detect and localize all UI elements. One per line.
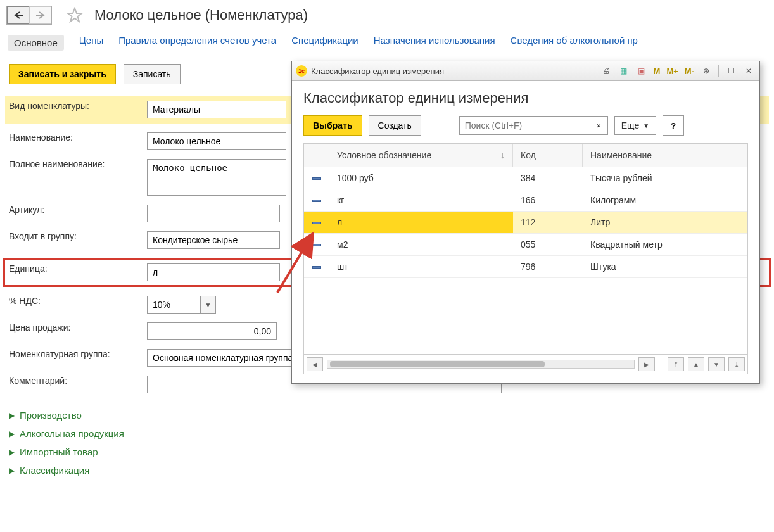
tab-specifications[interactable]: Спецификации [291, 35, 358, 51]
col-icon[interactable] [304, 144, 329, 167]
nav-first-button[interactable]: ⤒ [668, 357, 684, 371]
section-production[interactable]: ▶ Производство [0, 406, 774, 424]
item-icon [312, 177, 321, 180]
arrow-left-icon [13, 11, 23, 19]
dialog-create-button[interactable]: Создать [369, 115, 421, 136]
table-row[interactable]: л112Литр [304, 212, 747, 234]
tab-prices[interactable]: Цены [79, 35, 104, 51]
vat-select[interactable]: ▼ [147, 296, 216, 314]
chevron-right-icon: ▶ [9, 466, 15, 475]
cell-name: Тысяча рублей [583, 167, 747, 189]
nav-last-button[interactable]: ⤓ [728, 357, 745, 371]
nav-back-button[interactable] [7, 6, 29, 24]
close-icon[interactable]: ✕ [742, 64, 756, 78]
chevron-down-icon: ▼ [643, 122, 649, 129]
item-icon [312, 222, 321, 224]
cell-symbol: кг [329, 189, 513, 211]
chevron-right-icon: ▶ [9, 429, 15, 438]
cell-code: 796 [513, 256, 583, 277]
app-1c-icon: 1с [296, 65, 307, 77]
tab-usage[interactable]: Назначения использования [374, 35, 495, 51]
cell-code: 384 [513, 167, 583, 189]
favorite-star-button[interactable] [63, 4, 86, 26]
fullname-label: Полное наименование: [9, 159, 142, 169]
save-and-close-button[interactable]: Записать и закрыть [9, 64, 116, 84]
star-icon [67, 7, 83, 23]
save-button[interactable]: Записать [124, 64, 181, 84]
calendar-icon[interactable]: ▣ [635, 64, 649, 78]
vat-label: % НДС: [9, 296, 142, 306]
price-label: Цена продажи: [9, 322, 142, 332]
cell-code: 055 [513, 234, 583, 255]
maximize-icon[interactable]: ☐ [724, 64, 738, 78]
cell-symbol: м2 [329, 234, 513, 255]
vat-value[interactable] [147, 296, 201, 314]
memory-mminus-button[interactable]: M- [683, 66, 695, 76]
name-label: Наименование: [9, 132, 142, 142]
table-row[interactable]: кг166Килограмм [304, 189, 747, 212]
table-footer: ◀ ▶ ⤒ ▲ ▼ ⤓ [304, 354, 747, 374]
tab-alcohol-info[interactable]: Сведения об алкогольной пр [511, 35, 638, 51]
item-icon [312, 266, 321, 269]
col-symbol[interactable]: Условное обозначение ↓ [329, 144, 513, 167]
units-classifier-dialog: 1с Классификатор единиц измерения 🖨 ▦ ▣ … [291, 61, 760, 384]
fullname-input[interactable]: Молоко цельное [147, 159, 286, 196]
cell-name: Штука [583, 256, 747, 277]
table-row[interactable]: шт796Штука [304, 256, 747, 278]
nav-forward-button[interactable] [29, 6, 51, 24]
zoom-in-icon[interactable]: ⊕ [699, 64, 713, 78]
search-clear-button[interactable]: × [590, 116, 608, 135]
dialog-more-button[interactable]: Еще ▼ [614, 116, 656, 135]
dialog-select-button[interactable]: Выбрать [303, 115, 362, 136]
table-row[interactable]: м2055Квадратный метр [304, 234, 747, 256]
section-alcohol[interactable]: ▶ Алкогольная продукция [0, 424, 774, 443]
vat-dropdown-caret[interactable]: ▼ [201, 296, 216, 314]
item-icon [312, 200, 321, 202]
group-input[interactable] [147, 231, 280, 249]
section-classification[interactable]: ▶ Классификация [0, 461, 774, 479]
print-icon[interactable]: 🖨 [599, 64, 613, 78]
section-tabs: Основное Цены Правила определения счетов… [0, 30, 774, 56]
section-alcohol-label: Алкогольная продукция [20, 428, 124, 439]
section-classification-label: Классификация [20, 465, 89, 476]
scroll-left-button[interactable]: ◀ [307, 357, 323, 371]
dialog-heading: Классификатор единиц измерения [303, 90, 748, 106]
section-import-label: Импортный товар [20, 446, 98, 457]
section-import[interactable]: ▶ Импортный товар [0, 443, 774, 461]
more-label: Еще [621, 120, 640, 130]
col-name[interactable]: Наименование [583, 144, 747, 167]
table-row[interactable]: 1000 руб384Тысяча рублей [304, 167, 747, 189]
article-input[interactable] [147, 205, 280, 222]
memory-m-button[interactable]: M [652, 66, 662, 76]
chevron-right-icon: ▶ [9, 448, 15, 457]
type-input[interactable] [147, 101, 286, 118]
units-table: Условное обозначение ↓ Код Наименование … [303, 143, 748, 374]
sort-desc-icon: ↓ [500, 150, 505, 160]
scroll-right-button[interactable]: ▶ [638, 357, 655, 371]
comment-label: Комментарий: [9, 376, 142, 386]
unit-input[interactable] [147, 263, 280, 281]
page-title: Молоко цельное (Номенклатура) [94, 7, 308, 23]
tab-main[interactable]: Основное [8, 35, 64, 51]
type-label: Вид номенклатуры: [9, 101, 142, 111]
col-symbol-label: Условное обозначение [337, 150, 431, 160]
nav-down-button[interactable]: ▼ [708, 357, 725, 371]
cell-code: 166 [513, 189, 583, 211]
tab-account-rules[interactable]: Правила определения счетов учета [118, 35, 276, 51]
group-label: Входит в группу: [9, 231, 142, 241]
col-code[interactable]: Код [513, 144, 583, 167]
dialog-titlebar[interactable]: 1с Классификатор единиц измерения 🖨 ▦ ▣ … [292, 61, 759, 81]
name-input[interactable] [147, 132, 286, 150]
dialog-help-button[interactable]: ? [663, 115, 684, 136]
nav-up-button[interactable]: ▲ [688, 357, 704, 371]
calculator-icon[interactable]: ▦ [617, 64, 631, 78]
price-input[interactable] [147, 322, 277, 340]
item-icon [312, 244, 321, 246]
dialog-search-input[interactable] [459, 116, 590, 135]
horizontal-scrollbar[interactable] [327, 360, 635, 369]
cell-code: 112 [513, 212, 583, 233]
cell-symbol: шт [329, 256, 513, 277]
memory-mplus-button[interactable]: M+ [665, 66, 679, 76]
nomgroup-label: Номенклатурная группа: [9, 349, 142, 359]
cell-symbol: 1000 руб [329, 167, 513, 189]
